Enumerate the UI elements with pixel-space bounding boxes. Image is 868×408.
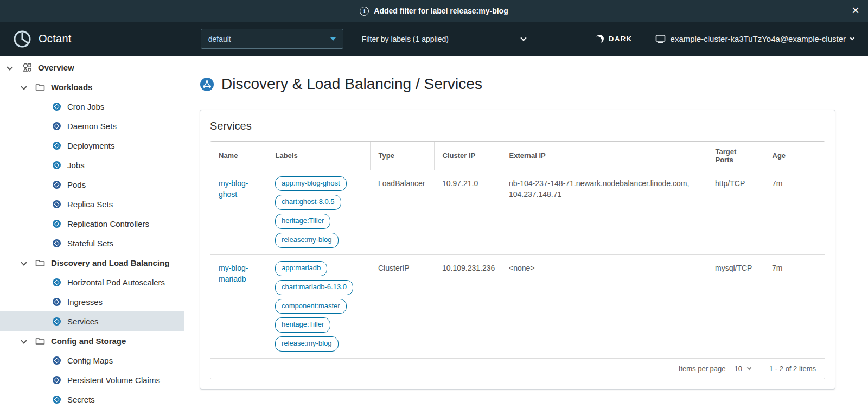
octant-logo	[13, 30, 31, 48]
cell-target-ports: http/TCP	[707, 170, 764, 254]
overview-icon	[22, 62, 33, 72]
cell-external-ip: nb-104-237-148-71.newark.nodebalancer.li…	[501, 170, 707, 254]
label-badge[interactable]: app:mariadb	[275, 261, 327, 276]
info-icon: i	[360, 7, 369, 16]
close-icon[interactable]: ×	[852, 2, 859, 18]
sidebar-item-jobs[interactable]: Jobs	[0, 155, 184, 175]
label-filter-dropdown[interactable]: Filter by labels (1 applied)	[360, 29, 528, 49]
caret-down-icon	[330, 37, 336, 41]
column-header-cluster-ip: Cluster IP	[434, 142, 501, 170]
chevron-down-icon	[850, 35, 854, 40]
sidebar-item-stateful-sets[interactable]: Stateful Sets	[0, 233, 184, 253]
moon-icon	[596, 35, 604, 43]
items-per-page-value: 10	[735, 365, 742, 373]
column-header-age: Age	[764, 142, 825, 170]
label-badge[interactable]: heritage:Tiller	[275, 214, 330, 229]
column-header-target-ports: Target Ports	[707, 142, 764, 170]
app-title: Octant	[39, 33, 72, 45]
folder-icon	[35, 337, 46, 345]
cluster-icon	[655, 34, 666, 44]
secrets-icon	[53, 396, 61, 404]
config-maps-icon	[53, 356, 61, 365]
table-row: my-blog-mariadb app:mariadb chart:mariad…	[210, 254, 825, 358]
folder-icon	[35, 83, 46, 91]
sidebar-item-config-maps[interactable]: Config Maps	[0, 350, 184, 370]
sidebar-item-horizontal-pod-autoscalers[interactable]: Horizontal Pod Autoscalers	[0, 272, 184, 292]
pagination-range: 1 - 2 of 2 items	[769, 365, 816, 373]
cell-type: ClusterIP	[370, 254, 434, 358]
sidebar: Overview Workloads Cron Jobs Daemon Sets…	[0, 56, 184, 408]
table-footer: Items per page 10 1 - 2 of 2 items	[210, 359, 825, 379]
label-badge[interactable]: release:my-blog	[275, 336, 339, 352]
sidebar-item-cron-jobs[interactable]: Cron Jobs	[0, 97, 184, 116]
deployments-icon	[53, 142, 61, 150]
replication-controllers-icon	[53, 220, 61, 228]
cell-type: LoadBalancer	[370, 170, 434, 254]
cluster-context-label: example-cluster-ka3TuTzYo4a@example-clus…	[671, 34, 846, 43]
cluster-context-selector[interactable]: example-cluster-ka3TuTzYo4a@example-clus…	[655, 34, 854, 44]
sidebar-item-overview[interactable]: Overview	[0, 58, 184, 77]
ingresses-icon	[53, 298, 61, 306]
pods-icon	[53, 181, 61, 189]
label-badge[interactable]: chart:mariadb-6.13.0	[275, 280, 353, 295]
theme-toggle-label: DARK	[609, 35, 633, 43]
items-per-page-select[interactable]: 10	[735, 365, 751, 373]
app-header: Octant default Filter by labels (1 appli…	[0, 22, 868, 56]
sidebar-item-replica-sets[interactable]: Replica Sets	[0, 194, 184, 214]
sidebar-item-replication-controllers[interactable]: Replication Controllers	[0, 214, 184, 233]
notification-bar: i Added filter for label release:my-blog…	[0, 0, 868, 22]
cell-age: 7m	[764, 254, 825, 358]
column-header-labels: Labels	[267, 142, 370, 170]
folder-icon	[35, 259, 46, 267]
notification-message: Added filter for label release:my-blog	[374, 7, 508, 15]
service-link[interactable]: my-blog-ghost	[219, 178, 259, 200]
column-header-name: Name	[210, 142, 267, 170]
chevron-down-icon[interactable]	[21, 337, 27, 343]
items-per-page-label: Items per page	[679, 365, 726, 373]
label-badge[interactable]: heritage:Tiller	[275, 317, 330, 333]
sidebar-item-deployments[interactable]: Deployments	[0, 136, 184, 155]
cell-external-ip: <none>	[501, 254, 707, 358]
sidebar-group-workloads[interactable]: Workloads	[0, 77, 184, 97]
cell-target-ports: mysql/TCP	[707, 254, 764, 358]
chevron-down-icon[interactable]	[21, 259, 27, 265]
chevron-down-icon	[747, 366, 751, 370]
sidebar-group-config-and-storage[interactable]: Config and Storage	[0, 331, 184, 350]
service-link[interactable]: my-blog-mariadb	[219, 263, 259, 285]
label-badge[interactable]: app:my-blog-ghost	[275, 176, 347, 192]
cell-cluster-ip: 10.97.21.0	[434, 170, 501, 254]
sidebar-item-daemon-sets[interactable]: Daemon Sets	[0, 116, 184, 136]
sidebar-item-secrets[interactable]: Secrets	[0, 390, 184, 408]
cell-cluster-ip: 10.109.231.236	[434, 254, 501, 358]
namespace-select[interactable]: default	[201, 29, 343, 49]
chevron-down-icon[interactable]	[7, 64, 12, 70]
sidebar-item-label: Overview	[38, 63, 74, 72]
sidebar-item-persistent-volume-claims[interactable]: Persistent Volume Claims	[0, 370, 184, 390]
sidebar-item-ingresses[interactable]: Ingresses	[0, 292, 184, 311]
services-card: Services Name Labels Type Cluster IP Ext…	[200, 110, 835, 390]
card-title: Services	[210, 119, 825, 141]
label-filter-text: Filter by labels (1 applied)	[362, 35, 449, 43]
stateful-sets-icon	[53, 239, 61, 247]
replica-sets-icon	[53, 200, 61, 208]
column-header-type: Type	[370, 142, 434, 170]
sidebar-group-discovery-and-load-balancing[interactable]: Discovery and Load Balancing	[0, 253, 184, 272]
jobs-icon	[53, 161, 61, 169]
table-row: my-blog-ghost app:my-blog-ghost chart:gh…	[210, 170, 825, 254]
horizontal-pod-autoscalers-icon	[53, 278, 61, 286]
label-badge[interactable]: component:master	[275, 299, 347, 314]
sidebar-group-label: Discovery and Load Balancing	[51, 258, 169, 267]
chevron-down-icon[interactable]	[21, 84, 27, 90]
theme-toggle[interactable]: DARK	[596, 35, 633, 43]
daemon-sets-icon	[53, 122, 61, 130]
sidebar-item-services[interactable]: Services	[0, 311, 184, 331]
sidebar-item-pods[interactable]: Pods	[0, 175, 184, 194]
cell-age: 7m	[764, 170, 825, 254]
chevron-down-icon	[520, 35, 526, 41]
persistent-volume-claims-icon	[53, 376, 61, 384]
sidebar-group-label: Workloads	[51, 82, 92, 92]
label-badge[interactable]: release:my-blog	[275, 233, 339, 248]
main-content: Discovery & Load Balancing / Services Se…	[184, 56, 868, 408]
label-badge[interactable]: chart:ghost-8.0.5	[275, 195, 341, 210]
services-table: Name Labels Type Cluster IP External IP …	[210, 141, 825, 379]
